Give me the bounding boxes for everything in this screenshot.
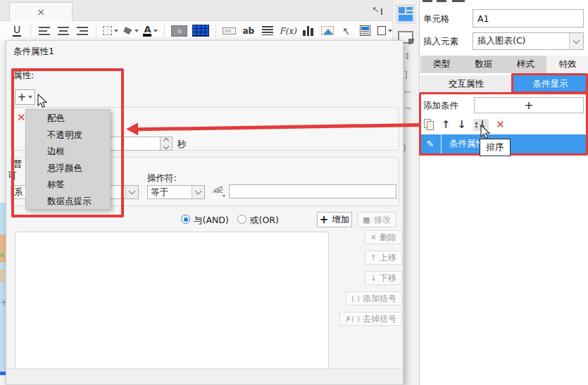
dashboard-icon: [399, 7, 413, 21]
attribute-label: 属性:: [13, 70, 34, 82]
merge-cell-icon[interactable]: a: [171, 23, 187, 39]
list-action-button[interactable]: ↓ 下移: [365, 271, 402, 285]
condition-list-buttons: ✕ 删除 ↑ 上移 ↓ 下移 ( ) 添加括号 ✗( ) 去掉括号: [337, 230, 402, 326]
condition-value-input[interactable]: [229, 184, 396, 198]
list-action-button[interactable]: ( ) 添加括号: [346, 291, 402, 305]
separator: [215, 25, 216, 37]
move-up-icon[interactable]: ↑: [442, 120, 451, 130]
cell-element-panel: 单元格 插入元素 插入图表(C) 类型 数据 样式 特效 交互属性 条件显示 添…: [419, 0, 588, 385]
insert-element-label: 插入元素: [423, 36, 458, 48]
or-radio[interactable]: [237, 215, 246, 224]
condition-expression-list[interactable]: [15, 232, 329, 369]
sort-icon[interactable]: ↓: [473, 119, 489, 131]
chart-property-tabs: 类型 数据 样式 特效: [420, 56, 588, 73]
pane-icon-sliver[interactable]: ¬: [404, 104, 411, 113]
border-style-icon[interactable]: [103, 23, 118, 39]
operator-label: 操作符:: [147, 172, 177, 184]
underline-icon[interactable]: U: [13, 25, 21, 37]
align-center-icon[interactable]: [56, 23, 70, 39]
pane-icon-sliver[interactable]: ]: [404, 71, 408, 80]
button-icon: ( ): [351, 294, 360, 303]
abc-label: ABC: [213, 189, 223, 195]
button-icon: ✕: [370, 233, 377, 242]
format-toolbar: U A a ab F(x) ↖: [0, 21, 392, 40]
tab-conditional-display[interactable]: 条件显示: [512, 75, 588, 93]
pane-icon-sliver[interactable]: ⌐: [404, 88, 411, 96]
close-tab-icon[interactable]: ×: [37, 7, 45, 17]
insert-element-value: 插入图表(C): [473, 35, 569, 47]
list-action-button[interactable]: ✕ 删除: [365, 230, 402, 244]
chart-icon[interactable]: [301, 23, 315, 39]
insert-element-select[interactable]: 插入图表(C): [473, 32, 584, 50]
delete-condition-icon[interactable]: ✕: [496, 120, 505, 130]
tab-type[interactable]: 类型: [420, 56, 463, 73]
and-radio[interactable]: [181, 215, 190, 224]
text-tool-icon[interactable]: ab: [242, 26, 254, 36]
align-left-icon[interactable]: [37, 23, 51, 39]
edit-pencil-icon[interactable]: ✎: [420, 134, 442, 153]
align-right-icon[interactable]: [75, 23, 89, 39]
chevron-down-icon[interactable]: [125, 186, 138, 198]
cell-reference-input[interactable]: [473, 9, 584, 27]
font-color-icon[interactable]: A: [144, 23, 158, 39]
add-condition-button[interactable]: +: [474, 97, 584, 113]
clipped-label-pu: 普: [13, 158, 23, 170]
chevron-down-icon[interactable]: [192, 186, 204, 198]
pane-icon-sliver[interactable]: ↕: [404, 52, 411, 61]
move-down-icon[interactable]: ↓: [458, 120, 467, 130]
tab-effects[interactable]: 特效: [546, 56, 588, 73]
and-radio-label: 与(AND): [194, 215, 229, 227]
remove-attribute-icon[interactable]: ✕: [17, 111, 26, 124]
cell-element-pane-button[interactable]: [396, 4, 415, 24]
tab-interaction-attributes[interactable]: 交互属性: [420, 75, 512, 93]
plus-icon: +: [18, 92, 27, 103]
menu-item[interactable]: 数据点提示: [26, 193, 110, 210]
menu-item[interactable]: 不透明度: [26, 127, 110, 144]
tab-data[interactable]: 数据: [463, 56, 505, 73]
chevron-down-icon: [223, 195, 225, 197]
page: { "colors": { "accent_blue": "#3b99ee", …: [0, 0, 588, 385]
image-icon[interactable]: [320, 23, 334, 39]
rich-textbox-icon[interactable]: [358, 23, 373, 39]
text-field-icon[interactable]: [223, 23, 237, 39]
menu-item[interactable]: 悬浮颜色: [26, 160, 110, 177]
menu-item[interactable]: 配色: [26, 110, 110, 127]
clipped-label-ke: 可: [8, 170, 17, 182]
shape-rect-icon[interactable]: [377, 23, 392, 39]
menu-item[interactable]: 边框: [26, 143, 110, 160]
seconds-stepper[interactable]: [161, 137, 173, 151]
add-condition-row-button[interactable]: + 增加: [317, 212, 352, 227]
menu-item[interactable]: 标签: [26, 176, 110, 193]
chevron-down-icon[interactable]: [569, 33, 583, 49]
chevron-down-icon: [28, 96, 32, 99]
map-chart-sliver: [0, 203, 6, 375]
operator-value: 等于: [148, 187, 192, 198]
separator: [164, 25, 165, 37]
condition-attribute-dialog: 条件属性1 属性: + ✕ 秒 普 可 系 操作符: 等于 ABC 与(AND)…: [6, 40, 404, 385]
list-action-button[interactable]: ↑ 上移: [365, 251, 402, 265]
table-grid-icon[interactable]: [192, 23, 208, 39]
document-tab[interactable]: ×: [9, 2, 73, 21]
add-condition-label: 添加条件: [423, 100, 458, 112]
attribute-dropdown-menu: 配色 不透明度 边框 悬浮颜色 标签 数据点提示: [25, 109, 111, 210]
value-type-button[interactable]: ABC: [209, 183, 227, 200]
dialog-title: 条件属性1: [13, 46, 54, 58]
paragraph-icon[interactable]: [261, 23, 275, 39]
condition-list-toolbar: ↑ ↓ ↓ ✕: [420, 116, 588, 134]
tab-style[interactable]: 样式: [505, 56, 547, 73]
clipped-text: [437, 0, 446, 2]
or-radio-label: 或(OR): [250, 215, 279, 227]
seconds-label: 秒: [177, 139, 187, 151]
plus-icon: +: [320, 215, 329, 225]
effects-subtabs: 交互属性 条件显示: [420, 75, 588, 93]
list-action-button[interactable]: ✗( ) 去掉括号: [339, 312, 402, 326]
collapse-corner-icon[interactable]: →: [371, 6, 384, 18]
fill-color-icon[interactable]: [123, 23, 138, 39]
pointer-tool-icon[interactable]: ↖: [341, 25, 351, 37]
formula-icon[interactable]: F(x): [279, 26, 296, 36]
modify-condition-button[interactable]: ▦ 修改: [358, 212, 396, 227]
clipped-text: [423, 0, 432, 2]
operator-select[interactable]: 等于: [147, 185, 205, 199]
copy-icon[interactable]: [424, 119, 434, 131]
add-attribute-button[interactable]: +: [15, 89, 35, 105]
